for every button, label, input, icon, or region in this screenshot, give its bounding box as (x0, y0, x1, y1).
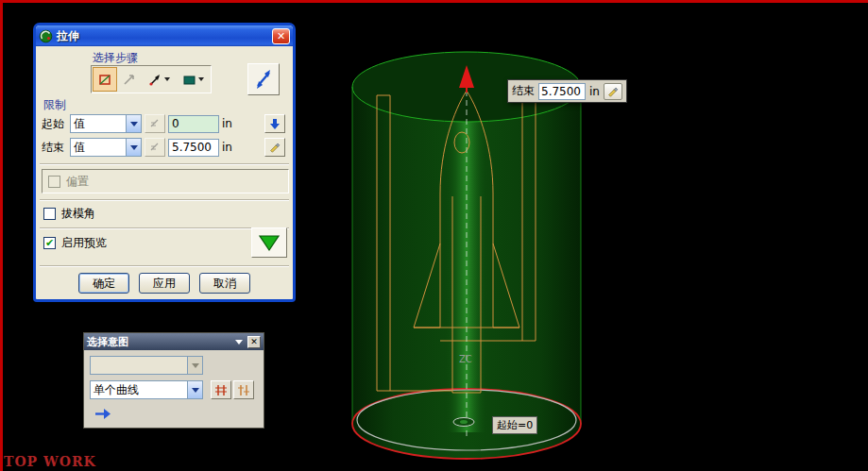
green-triangle-icon (257, 232, 281, 253)
chevron-down-icon[interactable] (126, 139, 141, 156)
confirm-arrow-icon[interactable] (94, 407, 112, 421)
cancel-button[interactable]: 取消 (199, 273, 250, 294)
end-tag-unit: in (589, 85, 600, 98)
start-mode-value: 值 (74, 116, 126, 132)
chevron-down-icon (187, 357, 202, 374)
preview-checkbox[interactable]: ✔ (43, 237, 56, 249)
start-label: 起始 (42, 116, 67, 132)
select-section-button[interactable] (93, 67, 117, 92)
divider (40, 265, 289, 267)
intent-title: 选择意图 (87, 335, 128, 349)
end-mode-combobox[interactable]: 值 (70, 138, 142, 157)
stop-at-intersection-button[interactable] (211, 380, 231, 399)
ok-button[interactable]: 确定 (78, 273, 129, 294)
curve-rule-value: 单个曲线 (94, 382, 187, 398)
start-distance-tag[interactable]: 起始=0 (492, 416, 537, 434)
start-value-input[interactable] (168, 115, 219, 133)
show-preview-button[interactable] (251, 227, 287, 258)
curve-rule-combobox[interactable]: 单个曲线 (90, 380, 203, 399)
follow-fillet-button[interactable] (233, 380, 254, 399)
draft-checkbox[interactable] (43, 208, 56, 220)
close-button[interactable]: ✕ (272, 28, 290, 44)
chevron-down-icon (198, 77, 204, 81)
intent-titlebar[interactable]: 选择意图 ✕ (84, 333, 264, 350)
extrude-dialog: 拉伸 ✕ 选择步骤 (33, 23, 296, 302)
limit-end-row: 结束 值 in (42, 138, 285, 157)
end-mode-value: 值 (74, 140, 126, 156)
dialog-title: 拉伸 (57, 28, 79, 44)
end-tag-label: 结束 (512, 83, 535, 99)
stop-at-intersection-icon (213, 383, 229, 397)
end-value-input[interactable] (168, 139, 219, 157)
solid-body-icon (181, 72, 197, 88)
selection-intent-dialog: 选择意图 ✕ 单个曲线 (83, 332, 264, 429)
chevron-down-icon (164, 77, 170, 81)
flip-direction-icon (252, 68, 275, 91)
pencil-icon (606, 85, 620, 98)
check-icon: ✔ (45, 238, 54, 248)
follow-fillet-icon (236, 383, 251, 397)
limits-label: 限制 (43, 97, 66, 113)
base-center-point (453, 418, 474, 427)
end-label: 结束 (42, 140, 67, 156)
limit-start-row: 起始 值 in (42, 114, 285, 133)
app-icon (39, 29, 53, 43)
vector-constructor-button[interactable] (142, 67, 176, 92)
offset-group: 偏置 (42, 169, 289, 193)
vector-arrow-icon (147, 72, 163, 88)
end-formula-button[interactable] (264, 138, 285, 157)
intent-close-button[interactable]: ✕ (247, 336, 261, 348)
start-unit-label: in (222, 117, 232, 130)
start-mode-combobox[interactable]: 值 (70, 114, 142, 133)
select-direction-button[interactable] (117, 67, 142, 92)
axis-zc-label: ZC (459, 354, 472, 364)
section-curve-icon (97, 72, 113, 88)
end-distance-input[interactable] (538, 83, 586, 100)
offset-checkbox[interactable] (48, 176, 60, 188)
pencil-icon (268, 141, 281, 154)
draft-row: 拔模角 (43, 206, 95, 222)
watermark-text: TOP WORK (4, 454, 96, 469)
target-body-button[interactable] (176, 67, 210, 92)
chevron-down-icon[interactable] (187, 381, 202, 398)
intent-filter-combobox[interactable] (90, 356, 203, 375)
chevron-down-icon[interactable] (126, 115, 141, 132)
divider (40, 163, 289, 165)
close-icon: ✕ (250, 337, 258, 346)
blue-down-arrow-icon (268, 118, 281, 130)
end-expression-button[interactable] (145, 138, 165, 157)
end-unit-label: in (222, 141, 232, 154)
draft-label: 拔模角 (61, 206, 95, 222)
apply-button[interactable]: 应用 (139, 273, 190, 294)
expression-icon (148, 141, 162, 154)
formula-button[interactable] (604, 83, 622, 100)
divider (40, 199, 289, 201)
select-steps-label: 选择步骤 (93, 50, 138, 66)
select-steps-toolbar (91, 65, 212, 93)
expression-icon (148, 117, 162, 130)
start-cycle-button[interactable] (264, 114, 285, 133)
close-icon: ✕ (277, 30, 285, 42)
end-distance-tag[interactable]: 结束 in (507, 79, 627, 103)
preview-label: 启用预览 (61, 235, 107, 251)
start-expression-button[interactable] (145, 114, 165, 133)
preview-row: ✔ 启用预览 (43, 235, 107, 251)
direction-tool-icon (122, 72, 138, 88)
dialog-buttons: 确定 应用 取消 (36, 273, 293, 294)
chevron-down-icon[interactable] (235, 340, 243, 345)
extrude-dialog-titlebar[interactable]: 拉伸 ✕ (36, 25, 293, 46)
offset-label: 偏置 (66, 174, 89, 190)
flip-direction-button[interactable] (247, 63, 280, 95)
